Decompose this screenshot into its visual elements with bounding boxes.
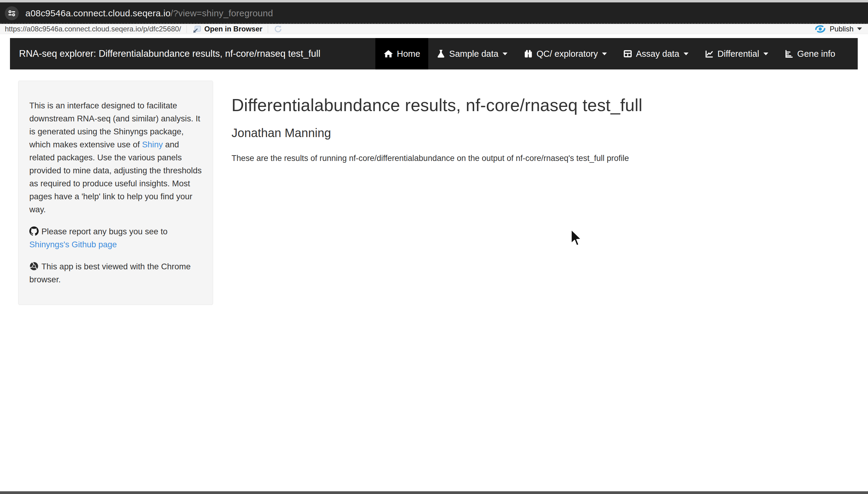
page-title: Differentialabundance results, nf-core/r… <box>232 95 703 115</box>
refresh-icon[interactable] <box>273 24 283 34</box>
app-navbar: RNA-seq explorer: Differentialabundance … <box>10 38 858 70</box>
publish-button[interactable]: Publish <box>814 25 862 33</box>
open-in-browser-label: Open in Browser <box>204 25 262 33</box>
chrome-icon <box>29 262 39 271</box>
nav-item-label: Home <box>397 49 420 59</box>
screen-top-strip <box>0 0 868 2</box>
page-author: Jonathan Manning <box>232 126 703 140</box>
chrome-text: This app is best viewed with the Chrome … <box>29 262 191 284</box>
open-in-browser-button[interactable]: Open in Browser <box>192 24 262 34</box>
sidebar-intro-paragraph: This is an interface designed to facilit… <box>29 99 202 216</box>
mouse-cursor <box>570 229 583 248</box>
screen-bottom-bar <box>0 491 868 494</box>
chart-bars-icon <box>784 49 794 59</box>
chevron-down-icon <box>503 53 507 55</box>
chevron-down-icon <box>602 53 607 55</box>
site-settings-button[interactable] <box>5 6 19 20</box>
nav-item-gene-info[interactable]: Gene info <box>776 38 844 70</box>
address-query: /?view=shiny_foreground <box>170 8 273 18</box>
open-in-browser-icon <box>192 24 201 34</box>
navbar-menu: Home Sample data QC/ exploratory <box>375 38 844 70</box>
shinyngs-github-link[interactable]: Shinyngs's Github page <box>29 240 117 249</box>
address-host: a08c9546a.connect.cloud.seqera.io <box>25 8 170 18</box>
app-title: RNA-seq explorer: Differentialabundance … <box>10 38 329 70</box>
bugs-text: Please report any bugs you see to <box>41 227 167 236</box>
sidebar-bugs-paragraph: Please report any bugs you see to Shinyn… <box>29 225 202 251</box>
intro-text-after: and related packages. Use the various pa… <box>29 140 202 214</box>
main-content: Differentialabundance results, nf-core/r… <box>232 95 703 163</box>
shiny-link[interactable]: Shiny <box>142 140 163 149</box>
page-description: These are the results of running nf-core… <box>232 154 703 163</box>
toolbar-divider <box>186 25 187 33</box>
nav-item-sample-data[interactable]: Sample data <box>428 38 516 70</box>
nav-item-home[interactable]: Home <box>375 38 428 70</box>
nav-item-label: Differential <box>718 49 759 59</box>
publish-caret-icon <box>857 27 862 30</box>
tune-sliders-icon <box>7 9 16 18</box>
nav-item-differential[interactable]: Differential <box>697 38 776 70</box>
chart-line-icon <box>705 49 714 59</box>
nav-item-label: Assay data <box>636 49 679 59</box>
chevron-down-icon <box>684 53 688 55</box>
flask-icon <box>436 49 446 59</box>
sidebar-info-panel: This is an interface designed to facilit… <box>18 81 213 305</box>
github-icon <box>29 226 39 236</box>
publish-label: Publish <box>830 25 853 33</box>
chevron-down-icon <box>763 53 768 55</box>
binoculars-icon <box>524 49 533 59</box>
nav-item-assay-data[interactable]: Assay data <box>615 38 696 70</box>
page-url-text: https://a08c9546a.connect.cloud.seqera.i… <box>5 25 181 33</box>
nav-item-label: QC/ exploratory <box>537 49 598 59</box>
table-icon <box>623 49 632 59</box>
address-bar-dashed-edge <box>0 23 868 23</box>
address-url[interactable]: a08c9546a.connect.cloud.seqera.io/?view=… <box>25 8 273 18</box>
nav-item-qc-exploratory[interactable]: QC/ exploratory <box>516 38 615 70</box>
connect-toolbar: https://a08c9546a.connect.cloud.seqera.i… <box>0 24 868 34</box>
connect-publish-logo-icon <box>814 25 826 33</box>
nav-item-label: Sample data <box>449 49 499 59</box>
sidebar-chrome-paragraph: This app is best viewed with the Chrome … <box>29 260 202 286</box>
browser-address-bar: a08c9546a.connect.cloud.seqera.io/?view=… <box>0 2 868 24</box>
nav-item-label: Gene info <box>797 49 835 59</box>
home-icon <box>383 49 393 59</box>
